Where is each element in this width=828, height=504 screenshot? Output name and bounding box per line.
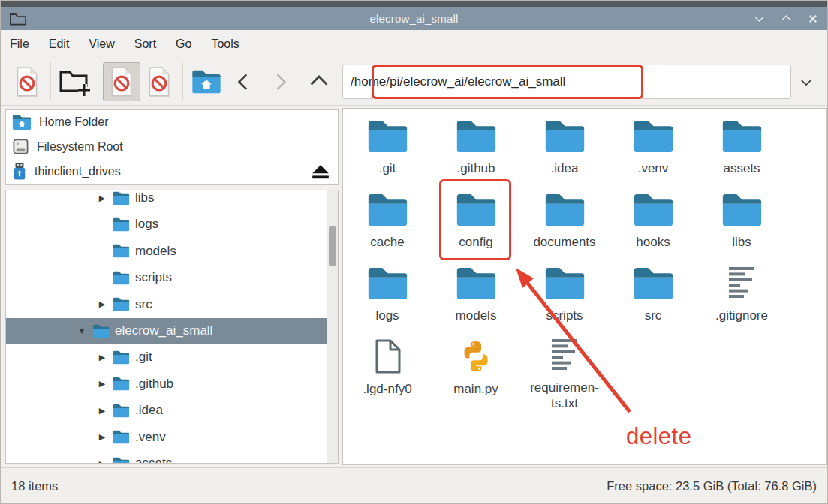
tree-item--idea[interactable]: ▶ .idea xyxy=(6,398,327,424)
place-label: Home Folder xyxy=(39,116,108,129)
titlebar[interactable]: elecrow_ai_small xyxy=(1,7,827,30)
tree-scrollbar[interactable] xyxy=(327,190,338,464)
menu-item-go[interactable]: Go xyxy=(176,38,191,51)
place-item-filesystem-root[interactable]: Filesystem Root xyxy=(6,134,338,159)
tree-item-src[interactable]: ▶ src xyxy=(6,291,327,317)
file-item-documents[interactable]: documents xyxy=(520,190,609,263)
eject-button[interactable] xyxy=(311,163,330,181)
file-item-lgd-nfy0[interactable]: .lgd-nfy0 xyxy=(343,337,432,410)
folder-icon xyxy=(113,404,130,418)
menu-item-tools[interactable]: Tools xyxy=(211,38,239,51)
expander-right-icon[interactable]: ▶ xyxy=(97,406,107,416)
tree-item-label: logs xyxy=(135,217,158,232)
tree-item--venv[interactable]: ▶ .venv xyxy=(6,424,327,450)
tree-item-label: .git xyxy=(135,350,152,364)
new-folder-button[interactable] xyxy=(56,62,93,101)
toolbar-separator xyxy=(98,62,98,101)
file-label: .venv xyxy=(638,160,669,176)
expander-right-icon[interactable]: ▶ xyxy=(97,459,107,465)
file-item-idea[interactable]: .idea xyxy=(520,116,609,190)
tree-item-assets[interactable]: ▶ assets xyxy=(6,451,327,465)
file-item-config[interactable]: config xyxy=(432,190,520,263)
menu-item-view[interactable]: View xyxy=(89,38,114,51)
file-item-gitignore[interactable]: .gitignore xyxy=(697,263,786,337)
file-label: src xyxy=(645,308,662,323)
missing-icon-button-2[interactable] xyxy=(140,62,178,101)
tree-item-logs[interactable]: logs xyxy=(6,212,327,238)
chevron-left-icon xyxy=(233,71,254,92)
minimize-button[interactable] xyxy=(752,12,766,26)
folder-icon xyxy=(544,116,586,154)
folder-icon xyxy=(113,244,130,258)
folder-icon xyxy=(456,263,497,301)
file-label: config xyxy=(459,234,492,250)
up-button[interactable] xyxy=(300,62,338,101)
file-item-scripts[interactable]: scripts xyxy=(520,263,609,337)
forward-button[interactable] xyxy=(263,62,300,101)
file-label: .git xyxy=(379,160,396,176)
folder-icon xyxy=(721,190,763,227)
file-label: hooks xyxy=(636,234,670,250)
menu-item-edit[interactable]: Edit xyxy=(49,38,70,51)
menu-item-file[interactable]: File xyxy=(10,38,29,51)
folder-icon xyxy=(456,116,497,154)
tree-item-label: models xyxy=(135,244,176,259)
missing-icon-button[interactable] xyxy=(8,62,46,101)
file-item-cache[interactable]: cache xyxy=(343,190,432,263)
toolbar-separator xyxy=(50,62,51,101)
file-item-models[interactable]: models xyxy=(432,263,520,337)
file-item-main-py[interactable]: main.py xyxy=(432,337,520,410)
new-folder-icon xyxy=(57,66,92,98)
home-button[interactable] xyxy=(188,62,225,101)
prohibited-file-icon xyxy=(13,66,41,98)
tree-item-label: .idea xyxy=(135,403,163,418)
toolbar xyxy=(1,58,827,106)
path-dropdown-button[interactable] xyxy=(791,65,821,98)
folder-icon xyxy=(113,457,130,465)
expander-right-icon[interactable]: ▶ xyxy=(97,299,107,309)
tree-item-models[interactable]: models xyxy=(6,238,327,264)
file-item-libs[interactable]: libs xyxy=(697,190,786,263)
file-label: requiremen- ts.txt xyxy=(530,380,599,412)
file-label: .gitignore xyxy=(715,308,768,323)
file-manager-window: elecrow_ai_small FileEditViewSortGoTools xyxy=(0,0,828,504)
place-item-home-folder[interactable]: Home Folder xyxy=(6,110,338,134)
expander-right-icon[interactable]: ▶ xyxy=(97,352,107,362)
file-item-src[interactable]: src xyxy=(609,263,697,337)
file-item-requiremen-ts-txt[interactable]: requiremen- ts.txt xyxy=(520,337,609,410)
status-bar: 18 items Free space: 23.5 GiB (Total: 76… xyxy=(1,467,827,504)
file-label: .idea xyxy=(551,160,579,176)
text-file-icon xyxy=(549,337,580,373)
tree-scrollbar-thumb[interactable] xyxy=(329,226,336,266)
expander-right-icon[interactable]: ▶ xyxy=(97,432,107,442)
toolbar-separator xyxy=(182,62,183,101)
folder-icon xyxy=(633,190,674,227)
home-folder-icon xyxy=(191,69,221,94)
close-button[interactable] xyxy=(806,12,820,26)
menu-item-sort[interactable]: Sort xyxy=(134,38,156,51)
file-item-hooks[interactable]: hooks xyxy=(609,190,697,263)
tree-item-scripts[interactable]: scripts xyxy=(6,265,327,291)
expander-down-icon[interactable]: ▼ xyxy=(77,326,87,335)
tree-item--github[interactable]: ▶ .github xyxy=(6,370,327,397)
maximize-button[interactable] xyxy=(779,12,793,26)
path-input[interactable] xyxy=(342,64,791,99)
place-item-thinclient-drives[interactable]: thinclient_drives xyxy=(6,159,338,184)
tree-item--git[interactable]: ▶ .git xyxy=(6,344,327,370)
file-item-assets[interactable]: assets xyxy=(697,116,786,190)
folder-icon xyxy=(113,376,130,391)
text-file-icon xyxy=(726,263,757,301)
missing-icon-toggle-button[interactable] xyxy=(103,62,140,101)
file-item-logs[interactable]: logs xyxy=(343,263,432,337)
file-item-git[interactable]: .git xyxy=(343,116,432,190)
file-item-github[interactable]: .github xyxy=(432,116,520,190)
tree-item-label: scripts xyxy=(135,270,172,285)
file-item-venv[interactable]: .venv xyxy=(609,116,697,190)
tree-item-libs[interactable]: ▶ libs xyxy=(6,190,327,212)
back-button[interactable] xyxy=(225,62,263,101)
tree-item-elecrow-ai-small[interactable]: ▼ elecrow_ai_small xyxy=(6,318,327,344)
file-list-panel[interactable]: .git .github .idea .venv assets cache co… xyxy=(342,108,827,465)
place-label: thinclient_drives xyxy=(35,165,121,178)
expander-right-icon[interactable]: ▶ xyxy=(97,194,107,203)
expander-right-icon[interactable]: ▶ xyxy=(97,379,107,388)
